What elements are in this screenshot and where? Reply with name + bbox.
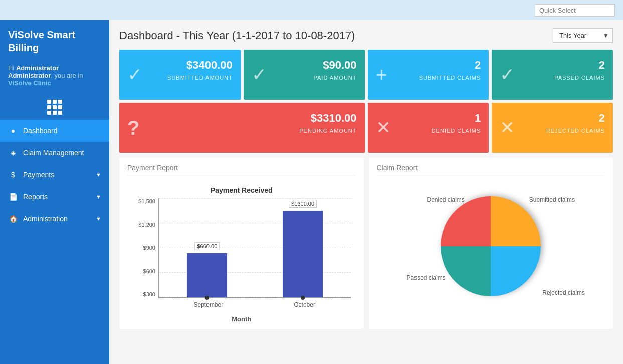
bar-october-label: $1300.00 — [289, 200, 317, 208]
reports-label: Reports — [23, 193, 48, 201]
sidebar-item-administration[interactable]: 🏠 Administration ▼ — [0, 208, 109, 230]
legend-passed-claims: Passed claims — [407, 274, 446, 281]
card-submitted-amount[interactable]: ✓ $3400.00 SUBMITTED AMOUNT — [119, 50, 241, 100]
submitted-claims-label: SUBMITTED CLAIMS — [419, 75, 481, 81]
y-label-600: $600 — [132, 268, 158, 274]
payment-report-card: Payment Report Payment Received $300 $60… — [119, 158, 364, 329]
claim-chart-area: Denied claims Submitted claims Passed cl… — [377, 181, 605, 311]
dashboard-icon: ● — [8, 126, 18, 136]
grid-menu-icon[interactable] — [0, 95, 109, 120]
payment-chart-title: Payment Received — [132, 186, 351, 194]
sidebar-user-info: Hi Administrator Administrator, you are … — [0, 60, 109, 95]
payments-arrow-icon: ▼ — [96, 172, 101, 178]
pie-chart — [441, 196, 541, 296]
year-select[interactable]: This Year Last Year Custom — [553, 28, 613, 43]
plus-icon-submitted: + — [376, 64, 387, 86]
layout: ViSolve Smart Billing Hi Administrator A… — [0, 20, 623, 364]
reports-arrow-icon: ▼ — [96, 194, 101, 200]
dashboard-header: Dashboard - This Year (1-1-2017 to 10-08… — [119, 28, 613, 43]
y-label-1500: $1,500 — [132, 198, 158, 204]
top-bar — [0, 0, 623, 20]
pending-amount-value: $3310.00 — [311, 112, 357, 125]
question-icon: ? — [127, 117, 139, 139]
sidebar: ViSolve Smart Billing Hi Administrator A… — [0, 20, 109, 364]
submitted-amount-label: SUBMITTED AMOUNT — [167, 75, 233, 81]
card-pending-amount[interactable]: ? $3310.00 PENDING AMOUNT — [119, 103, 365, 153]
bar-october: $1300.00 — [265, 211, 341, 297]
claim-management-label: Claim Management — [23, 149, 84, 157]
cards-row1: ✓ $3400.00 SUBMITTED AMOUNT ✓ $90.00 PAI… — [119, 50, 613, 100]
x-label-september: September — [194, 301, 224, 308]
rejected-claims-value: 2 — [599, 112, 605, 125]
reports-section: Payment Report Payment Received $300 $60… — [119, 158, 613, 329]
grid-dots — [47, 100, 62, 115]
year-select-wrapper: This Year Last Year Custom ▼ — [553, 28, 613, 43]
y-label-900: $900 — [132, 245, 158, 251]
denied-claims-label: DENIED CLAIMS — [432, 128, 481, 134]
card-passed-claims[interactable]: ✓ 2 PASSED CLAIMS — [492, 50, 613, 100]
checkmark-icon-paid: ✓ — [252, 64, 267, 85]
bar-september-label: $660.00 — [194, 242, 220, 250]
main-content: Dashboard - This Year (1-1-2017 to 10-08… — [109, 20, 623, 364]
card-submitted-claims[interactable]: + 2 SUBMITTED CLAIMS — [368, 50, 489, 100]
y-label-300: $300 — [132, 291, 158, 297]
pending-amount-label: PENDING AMOUNT — [299, 128, 356, 134]
rejected-claims-label: REJECTED CLAIMS — [546, 128, 605, 134]
paid-amount-label: PAID AMOUNT — [314, 75, 357, 81]
payments-icon: $ — [8, 170, 18, 180]
x-icon-rejected: ✕ — [500, 117, 515, 138]
payment-chart-area: Payment Received $300 $600 $900 $1,200 $… — [127, 181, 356, 323]
sidebar-nav: ● Dashboard ◈ Claim Management $ Payment… — [0, 120, 109, 364]
pie-submitted — [491, 246, 541, 296]
payments-label: Payments — [23, 171, 54, 179]
submitted-amount-value: $3400.00 — [186, 59, 233, 72]
greeting: Hi — [8, 64, 14, 72]
bar-october-dot — [301, 296, 305, 300]
pie-passed — [441, 246, 491, 296]
administration-arrow-icon: ▼ — [96, 216, 101, 222]
passed-claims-label: PASSED CLAIMS — [554, 75, 605, 81]
quick-select-input[interactable] — [535, 4, 615, 17]
x-axis-title: Month — [132, 315, 351, 323]
checkmark-icon-submitted: ✓ — [127, 64, 142, 85]
pie-rejected — [441, 196, 491, 246]
page-title: Dashboard - This Year (1-1-2017 to 10-08… — [119, 29, 355, 42]
sidebar-item-claim-management[interactable]: ◈ Claim Management — [0, 142, 109, 164]
checkmark-icon-passed: ✓ — [500, 64, 515, 85]
passed-claims-value: 2 — [599, 59, 605, 72]
card-denied-claims[interactable]: ✕ 1 DENIED CLAIMS — [368, 103, 489, 153]
x-label-october: October — [294, 301, 315, 308]
claim-icon: ◈ — [8, 148, 18, 158]
claim-report-card: Claim Report Denied claims Submitted cla… — [369, 158, 613, 329]
bar-september-dot — [205, 296, 209, 300]
reports-icon: 📄 — [8, 192, 18, 202]
denied-claims-value: 1 — [475, 112, 481, 125]
clinic-name: ViSolve Clinic — [8, 79, 51, 87]
bar-september-rect: $660.00 — [187, 253, 227, 297]
sidebar-item-reports[interactable]: 📄 Reports ▼ — [0, 186, 109, 208]
administration-icon: 🏠 — [8, 214, 18, 224]
bar-september: $660.00 — [169, 253, 245, 297]
dashboard-label: Dashboard — [23, 127, 58, 135]
x-icon-denied: ✕ — [376, 117, 391, 138]
legend-rejected-claims: Rejected claims — [542, 289, 585, 296]
bar-october-rect: $1300.00 — [283, 211, 323, 297]
paid-amount-value: $90.00 — [323, 59, 356, 72]
claim-report-title: Claim Report — [377, 164, 605, 176]
sidebar-item-payments[interactable]: $ Payments ▼ — [0, 164, 109, 186]
sidebar-item-dashboard[interactable]: ● Dashboard — [0, 120, 109, 142]
payment-report-title: Payment Report — [127, 164, 356, 176]
submitted-claims-value: 2 — [475, 59, 481, 72]
pie-denied — [491, 196, 541, 246]
brand-title: ViSolve Smart Billing — [0, 20, 109, 60]
card-paid-amount[interactable]: ✓ $90.00 PAID AMOUNT — [244, 50, 365, 100]
y-label-1200: $1,200 — [132, 222, 158, 228]
administration-label: Administration — [23, 215, 68, 223]
card-rejected-claims[interactable]: ✕ 2 REJECTED CLAIMS — [492, 103, 613, 153]
cards-row2: ? $3310.00 PENDING AMOUNT ✕ 1 DENIED CLA… — [119, 103, 613, 153]
